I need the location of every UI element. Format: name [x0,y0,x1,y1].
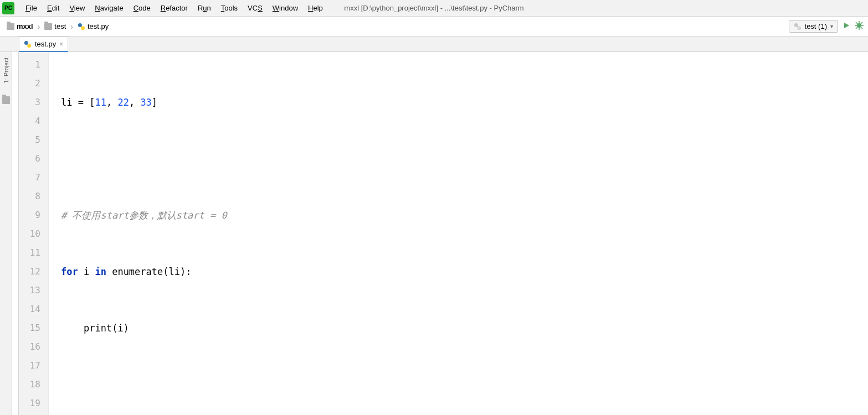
main-area: 1: Project 1 2 3 4 5 6 7 8 9 10 11 12 13… [0,52,868,415]
chevron-right-icon: › [70,22,73,31]
folder-icon [44,23,52,30]
menu-run[interactable]: Run [193,2,215,14]
line-number[interactable]: 6 [19,149,48,168]
toolbar: mxxl › test › test.py test (1) ▾ [0,17,868,37]
breadcrumb-item-file[interactable]: test.py [75,21,111,32]
editor-tabbar: test.py × [0,37,868,52]
line-number-gutter: 1 2 3 4 5 6 7 8 9 10 11 12 13 14 15 16 1… [19,52,49,415]
line-number[interactable]: 11 [19,243,48,262]
menubar: PC File Edit View Navigate Code Refactor… [0,0,868,17]
code-line[interactable]: # 不使用start参数，默认start = 0 [61,206,868,225]
folder-icon [7,23,14,30]
svg-line-9 [856,22,857,24]
menu-code[interactable]: Code [129,2,155,14]
line-number[interactable]: 16 [19,338,48,356]
svg-point-13 [24,40,28,44]
line-number[interactable]: 15 [19,319,48,338]
menu-navigate[interactable]: Navigate [90,2,127,14]
python-file-icon [78,23,85,30]
menu-tools[interactable]: Tools [217,2,242,14]
close-icon[interactable]: × [59,40,63,48]
menu-help[interactable]: Help [304,2,327,14]
editor-tab[interactable]: test.py × [19,37,68,52]
line-number[interactable]: 2 [19,74,48,93]
code-line[interactable]: li = [11, 22, 33] [61,93,868,112]
svg-line-10 [861,27,862,29]
line-number[interactable]: 8 [19,187,48,206]
line-number[interactable]: 13 [19,281,48,300]
svg-line-12 [861,22,862,24]
code-line[interactable]: for i in enumerate(li): [61,262,868,281]
breadcrumb-label: test.py [88,22,109,30]
line-number[interactable]: 9 [19,206,48,225]
svg-point-3 [797,26,801,30]
python-file-icon [24,40,32,48]
breadcrumb-item-root[interactable]: mxxl [4,21,35,32]
run-button[interactable] [843,22,850,31]
code-line[interactable] [61,149,868,168]
line-number[interactable]: 4 [19,112,48,131]
breadcrumb-item-folder[interactable]: test [42,21,68,32]
chevron-right-icon: › [38,22,40,31]
line-number[interactable]: 10 [19,225,48,243]
line-number[interactable]: 19 [19,394,48,413]
toolbar-right: test (1) ▾ [789,20,864,33]
window-title: mxxl [D:\python_project\mxxl] - ...\test… [344,4,523,12]
breadcrumb: mxxl › test › test.py [4,21,111,32]
svg-point-2 [794,23,798,27]
line-number[interactable]: 1 [19,55,48,74]
pycharm-app-icon: PC [2,2,14,14]
folder-icon[interactable] [2,96,10,104]
breadcrumb-label: test [54,22,66,30]
run-config-label: test (1) [805,22,827,30]
line-number[interactable]: 18 [19,375,48,394]
menu-refactor[interactable]: Refactor [156,2,192,14]
svg-point-14 [27,44,31,48]
code-editor[interactable]: li = [11, 22, 33] # 不使用start参数，默认start =… [49,52,868,415]
left-tool-strip: 1: Project [0,52,12,415]
run-config-selector[interactable]: test (1) ▾ [789,20,838,33]
line-number[interactable]: 14 [19,300,48,319]
code-line[interactable]: print(i) [61,319,868,338]
python-file-icon [794,23,802,30]
menu-file[interactable]: File [21,2,42,14]
svg-line-11 [856,27,857,29]
menu-items: File Edit View Navigate Code Refactor Ru… [21,2,327,14]
project-tool-button[interactable]: 1: Project [3,55,9,85]
gutter-strip [12,52,19,415]
line-number[interactable]: 3 [19,93,48,112]
svg-point-1 [81,26,85,30]
tab-label: test.py [35,40,56,48]
menu-view[interactable]: View [65,2,89,14]
line-number[interactable]: 5 [19,131,48,149]
menu-vcs[interactable]: VCS [243,2,267,14]
line-number[interactable]: 12 [19,262,48,281]
menu-edit[interactable]: Edit [43,2,64,14]
line-number[interactable]: 17 [19,356,48,375]
line-number[interactable]: 7 [19,168,48,187]
menu-window[interactable]: Window [268,2,302,14]
svg-point-0 [78,23,82,27]
code-line[interactable] [61,375,868,394]
svg-point-4 [857,23,861,28]
chevron-down-icon: ▾ [830,23,833,29]
debug-button[interactable] [855,21,864,32]
breadcrumb-label: mxxl [17,22,33,30]
